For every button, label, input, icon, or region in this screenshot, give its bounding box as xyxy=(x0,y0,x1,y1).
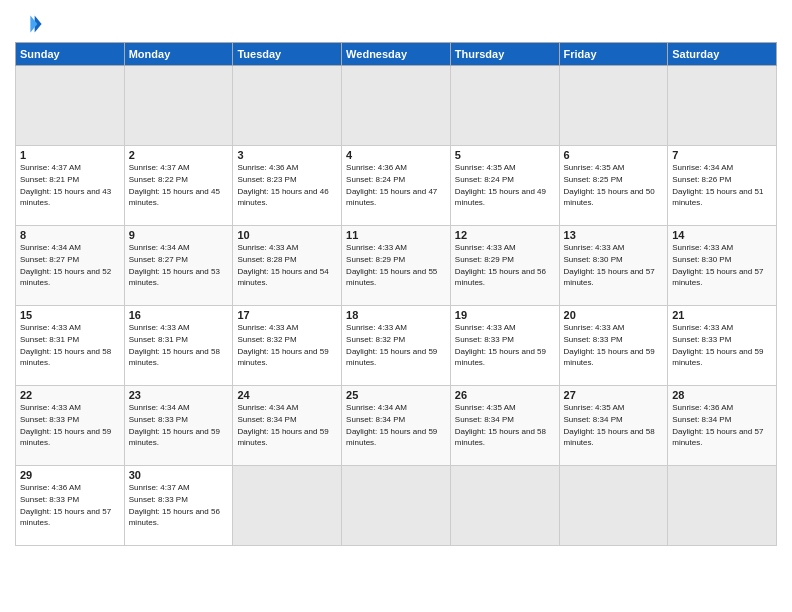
day-cell: 30Sunrise: 4:37 AMSunset: 8:33 PMDayligh… xyxy=(124,466,233,546)
day-info: Sunrise: 4:35 AMSunset: 8:25 PMDaylight:… xyxy=(564,163,655,207)
day-cell: 26Sunrise: 4:35 AMSunset: 8:34 PMDayligh… xyxy=(450,386,559,466)
day-cell: 6Sunrise: 4:35 AMSunset: 8:25 PMDaylight… xyxy=(559,146,668,226)
day-info: Sunrise: 4:34 AMSunset: 8:27 PMDaylight:… xyxy=(129,243,220,287)
day-number: 7 xyxy=(672,149,772,161)
day-cell: 3Sunrise: 4:36 AMSunset: 8:23 PMDaylight… xyxy=(233,146,342,226)
day-cell xyxy=(668,466,777,546)
col-header-monday: Monday xyxy=(124,43,233,66)
day-cell: 21Sunrise: 4:33 AMSunset: 8:33 PMDayligh… xyxy=(668,306,777,386)
day-cell xyxy=(342,466,451,546)
day-number: 6 xyxy=(564,149,664,161)
day-cell: 16Sunrise: 4:33 AMSunset: 8:31 PMDayligh… xyxy=(124,306,233,386)
day-cell: 1Sunrise: 4:37 AMSunset: 8:21 PMDaylight… xyxy=(16,146,125,226)
col-header-saturday: Saturday xyxy=(668,43,777,66)
day-info: Sunrise: 4:33 AMSunset: 8:32 PMDaylight:… xyxy=(237,323,328,367)
day-number: 20 xyxy=(564,309,664,321)
day-cell: 10Sunrise: 4:33 AMSunset: 8:28 PMDayligh… xyxy=(233,226,342,306)
day-cell: 25Sunrise: 4:34 AMSunset: 8:34 PMDayligh… xyxy=(342,386,451,466)
day-info: Sunrise: 4:33 AMSunset: 8:31 PMDaylight:… xyxy=(129,323,220,367)
day-cell xyxy=(16,66,125,146)
day-info: Sunrise: 4:35 AMSunset: 8:34 PMDaylight:… xyxy=(564,403,655,447)
day-number: 23 xyxy=(129,389,229,401)
day-cell: 4Sunrise: 4:36 AMSunset: 8:24 PMDaylight… xyxy=(342,146,451,226)
day-info: Sunrise: 4:37 AMSunset: 8:33 PMDaylight:… xyxy=(129,483,220,527)
day-info: Sunrise: 4:34 AMSunset: 8:34 PMDaylight:… xyxy=(237,403,328,447)
day-cell: 17Sunrise: 4:33 AMSunset: 8:32 PMDayligh… xyxy=(233,306,342,386)
day-cell xyxy=(233,466,342,546)
day-info: Sunrise: 4:34 AMSunset: 8:33 PMDaylight:… xyxy=(129,403,220,447)
day-cell: 11Sunrise: 4:33 AMSunset: 8:29 PMDayligh… xyxy=(342,226,451,306)
day-number: 3 xyxy=(237,149,337,161)
day-number: 9 xyxy=(129,229,229,241)
col-header-friday: Friday xyxy=(559,43,668,66)
day-cell xyxy=(668,66,777,146)
day-number: 29 xyxy=(20,469,120,481)
day-cell: 22Sunrise: 4:33 AMSunset: 8:33 PMDayligh… xyxy=(16,386,125,466)
day-number: 18 xyxy=(346,309,446,321)
header-row: SundayMondayTuesdayWednesdayThursdayFrid… xyxy=(16,43,777,66)
day-cell: 28Sunrise: 4:36 AMSunset: 8:34 PMDayligh… xyxy=(668,386,777,466)
day-cell xyxy=(233,66,342,146)
day-number: 15 xyxy=(20,309,120,321)
col-header-wednesday: Wednesday xyxy=(342,43,451,66)
day-number: 13 xyxy=(564,229,664,241)
day-info: Sunrise: 4:33 AMSunset: 8:31 PMDaylight:… xyxy=(20,323,111,367)
day-number: 8 xyxy=(20,229,120,241)
day-info: Sunrise: 4:33 AMSunset: 8:33 PMDaylight:… xyxy=(455,323,546,367)
day-info: Sunrise: 4:36 AMSunset: 8:24 PMDaylight:… xyxy=(346,163,437,207)
day-number: 4 xyxy=(346,149,446,161)
day-info: Sunrise: 4:33 AMSunset: 8:33 PMDaylight:… xyxy=(672,323,763,367)
day-cell: 13Sunrise: 4:33 AMSunset: 8:30 PMDayligh… xyxy=(559,226,668,306)
day-number: 22 xyxy=(20,389,120,401)
day-cell: 2Sunrise: 4:37 AMSunset: 8:22 PMDaylight… xyxy=(124,146,233,226)
day-number: 30 xyxy=(129,469,229,481)
day-number: 25 xyxy=(346,389,446,401)
day-cell: 5Sunrise: 4:35 AMSunset: 8:24 PMDaylight… xyxy=(450,146,559,226)
day-info: Sunrise: 4:33 AMSunset: 8:30 PMDaylight:… xyxy=(672,243,763,287)
day-number: 24 xyxy=(237,389,337,401)
day-number: 5 xyxy=(455,149,555,161)
day-info: Sunrise: 4:33 AMSunset: 8:33 PMDaylight:… xyxy=(564,323,655,367)
day-cell: 12Sunrise: 4:33 AMSunset: 8:29 PMDayligh… xyxy=(450,226,559,306)
day-info: Sunrise: 4:33 AMSunset: 8:33 PMDaylight:… xyxy=(20,403,111,447)
day-info: Sunrise: 4:34 AMSunset: 8:34 PMDaylight:… xyxy=(346,403,437,447)
day-cell: 14Sunrise: 4:33 AMSunset: 8:30 PMDayligh… xyxy=(668,226,777,306)
week-row-2: 8Sunrise: 4:34 AMSunset: 8:27 PMDaylight… xyxy=(16,226,777,306)
col-header-thursday: Thursday xyxy=(450,43,559,66)
day-info: Sunrise: 4:36 AMSunset: 8:23 PMDaylight:… xyxy=(237,163,328,207)
day-number: 21 xyxy=(672,309,772,321)
day-number: 1 xyxy=(20,149,120,161)
day-number: 26 xyxy=(455,389,555,401)
day-cell: 29Sunrise: 4:36 AMSunset: 8:33 PMDayligh… xyxy=(16,466,125,546)
day-number: 17 xyxy=(237,309,337,321)
day-number: 10 xyxy=(237,229,337,241)
day-cell xyxy=(342,66,451,146)
day-info: Sunrise: 4:33 AMSunset: 8:29 PMDaylight:… xyxy=(346,243,437,287)
day-number: 28 xyxy=(672,389,772,401)
day-info: Sunrise: 4:33 AMSunset: 8:29 PMDaylight:… xyxy=(455,243,546,287)
logo xyxy=(15,10,47,38)
day-info: Sunrise: 4:36 AMSunset: 8:34 PMDaylight:… xyxy=(672,403,763,447)
day-cell: 18Sunrise: 4:33 AMSunset: 8:32 PMDayligh… xyxy=(342,306,451,386)
week-row-3: 15Sunrise: 4:33 AMSunset: 8:31 PMDayligh… xyxy=(16,306,777,386)
week-row-5: 29Sunrise: 4:36 AMSunset: 8:33 PMDayligh… xyxy=(16,466,777,546)
day-info: Sunrise: 4:35 AMSunset: 8:24 PMDaylight:… xyxy=(455,163,546,207)
day-cell xyxy=(450,466,559,546)
day-cell xyxy=(124,66,233,146)
day-info: Sunrise: 4:33 AMSunset: 8:30 PMDaylight:… xyxy=(564,243,655,287)
day-number: 11 xyxy=(346,229,446,241)
day-cell: 15Sunrise: 4:33 AMSunset: 8:31 PMDayligh… xyxy=(16,306,125,386)
day-cell: 24Sunrise: 4:34 AMSunset: 8:34 PMDayligh… xyxy=(233,386,342,466)
week-row-4: 22Sunrise: 4:33 AMSunset: 8:33 PMDayligh… xyxy=(16,386,777,466)
day-info: Sunrise: 4:36 AMSunset: 8:33 PMDaylight:… xyxy=(20,483,111,527)
day-cell xyxy=(450,66,559,146)
day-cell: 27Sunrise: 4:35 AMSunset: 8:34 PMDayligh… xyxy=(559,386,668,466)
day-number: 16 xyxy=(129,309,229,321)
day-cell: 7Sunrise: 4:34 AMSunset: 8:26 PMDaylight… xyxy=(668,146,777,226)
day-cell: 8Sunrise: 4:34 AMSunset: 8:27 PMDaylight… xyxy=(16,226,125,306)
day-info: Sunrise: 4:33 AMSunset: 8:32 PMDaylight:… xyxy=(346,323,437,367)
day-cell: 9Sunrise: 4:34 AMSunset: 8:27 PMDaylight… xyxy=(124,226,233,306)
week-row-0 xyxy=(16,66,777,146)
day-info: Sunrise: 4:34 AMSunset: 8:26 PMDaylight:… xyxy=(672,163,763,207)
day-info: Sunrise: 4:37 AMSunset: 8:21 PMDaylight:… xyxy=(20,163,111,207)
